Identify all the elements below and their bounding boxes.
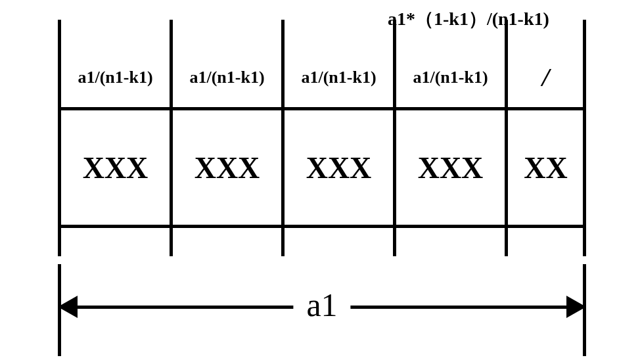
body-cell: XX	[508, 108, 583, 227]
header-cell: a1/(n1-k1)	[61, 46, 170, 108]
fraction-top-label: a1*（1-k1）/(n1-k1)	[388, 7, 549, 32]
header-cell: a1/(n1-k1)	[173, 46, 281, 108]
body-cell: XXX	[396, 108, 505, 227]
arrowhead-right-icon	[566, 296, 586, 318]
header-cell: a1/(n1-k1)	[396, 46, 505, 108]
total-width-arrow: a1	[59, 263, 585, 361]
partition-table: a1/(n1-k1) a1/(n1-k1) a1/(n1-k1) a1/(n1-…	[59, 46, 585, 243]
body-cell: XXX	[173, 108, 281, 227]
header-cell-slash: /	[508, 46, 583, 108]
body-cell: XXX	[61, 108, 170, 227]
total-width-label: a1	[293, 286, 350, 324]
body-cell: XXX	[285, 108, 393, 227]
header-cell: a1/(n1-k1)	[285, 46, 393, 108]
